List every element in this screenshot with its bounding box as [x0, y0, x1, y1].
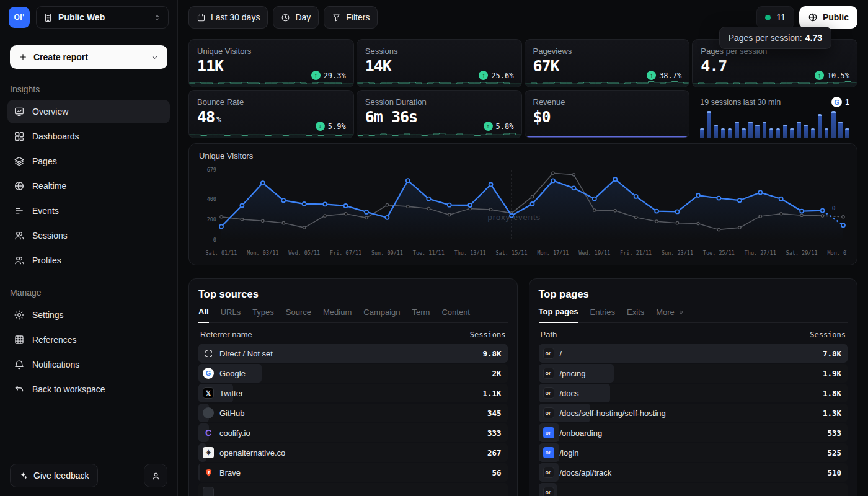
stat-card-session-duration[interactable]: Session Duration6m 36s↑5.8%: [356, 90, 522, 138]
user-icon: [151, 471, 161, 481]
realtime-bar: [783, 125, 787, 138]
sidebar-item-realtime[interactable]: Realtime: [7, 174, 170, 198]
tab-all[interactable]: All: [198, 307, 209, 323]
sidebar: OI' Public Web Create report InsightsOve…: [0, 0, 178, 496]
table-row[interactable]: Direct / Not set9.8K: [198, 344, 508, 363]
svg-text:Tue, 25/11: Tue, 25/11: [703, 250, 735, 256]
tab-campaign[interactable]: Campaign: [363, 307, 400, 322]
stat-delta-badge: ↑5.8%: [484, 122, 514, 131]
table-card-top-sources: Top sourcesAllURLsTypesSourceMediumCampa…: [188, 278, 518, 496]
tab-more[interactable]: More: [656, 307, 685, 322]
tab-entries[interactable]: Entries: [590, 307, 615, 322]
date-range-button[interactable]: Last 30 days: [188, 6, 268, 29]
stat-card-revenue[interactable]: Revenue$0: [525, 90, 690, 138]
row-value: 267: [487, 448, 502, 458]
sidebar-item-label: Settings: [32, 310, 64, 320]
tab-urls[interactable]: URLs: [221, 307, 241, 322]
sidebar-item-references[interactable]: References: [7, 328, 170, 352]
row-label: /docs: [560, 389, 579, 398]
sidebar-item-notifications[interactable]: Notifications: [7, 353, 170, 376]
realtime-sessions-card[interactable]: 19 sessions last 30 minG1: [692, 90, 857, 138]
row-label: /docs/api/track: [560, 468, 612, 477]
svg-text:200: 200: [207, 216, 216, 223]
table-row[interactable]: [198, 483, 508, 496]
table-row[interactable]: OI'/docs1.8K: [539, 384, 848, 402]
create-report-label: Create report: [33, 52, 88, 62]
openpanel-favicon: OI': [543, 467, 554, 478]
table-row[interactable]: OI'/onboarding533: [539, 423, 848, 442]
svg-text:679: 679: [207, 167, 216, 173]
chevrons-updown-icon: [677, 308, 685, 316]
users-icon: [14, 255, 25, 266]
sidebar-item-settings[interactable]: Settings: [7, 303, 170, 327]
google-favicon: G: [831, 97, 842, 107]
stat-delta-badge: ↑29.3%: [311, 71, 346, 80]
google-favicon: G: [203, 368, 214, 379]
realtime-bar: [811, 128, 815, 138]
row-label: Brave: [219, 468, 241, 477]
realtime-bar: [721, 128, 725, 138]
give-feedback-button[interactable]: Give feedback: [10, 464, 98, 487]
table-row[interactable]: GitHub345: [198, 404, 508, 422]
tab-medium[interactable]: Medium: [323, 307, 352, 322]
tab-types[interactable]: Types: [252, 307, 274, 322]
interval-button[interactable]: Day: [273, 6, 319, 29]
table-row[interactable]: Brave56: [198, 463, 508, 482]
tab-exits[interactable]: Exits: [627, 307, 644, 322]
realtime-bar: [714, 125, 719, 138]
grid-icon: [14, 334, 25, 345]
stat-delta-badge: ↑38.7%: [647, 71, 681, 80]
table-column-header: Referrer nameSessions: [198, 323, 508, 344]
svg-text:Mon, 17/11: Mon, 17/11: [537, 250, 569, 256]
sidebar-header: OI' Public Web: [0, 0, 177, 35]
tab-top-pages[interactable]: Top pages: [539, 307, 578, 323]
live-visitors-button[interactable]: 11: [756, 6, 794, 29]
sidebar-item-sessions[interactable]: Sessions: [7, 224, 170, 247]
openpanel-favicon: OI': [543, 388, 554, 399]
stat-label: Revenue: [533, 97, 681, 107]
stat-card-bounce-rate[interactable]: Bounce Rate48%↓5.9%: [188, 90, 354, 138]
create-report-button[interactable]: Create report: [10, 45, 167, 69]
stat-value: $0: [533, 108, 681, 126]
table-row[interactable]: OI'/pricing1.9K: [539, 364, 848, 383]
unique-visitors-chart[interactable]: 6794002000proxy events0Sat, 01/11Mon, 03…: [199, 161, 847, 261]
coolify-icon: C: [203, 427, 214, 438]
stat-card-sessions[interactable]: Sessions14K↑25.6%: [356, 39, 522, 87]
table-row[interactable]: OI'/docs/self-hosting/self-hosting1.3K: [539, 404, 848, 422]
sidebar-item-pages[interactable]: Pages: [7, 149, 170, 173]
sidebar-item-label: Sessions: [32, 231, 68, 241]
clock-icon: [281, 13, 290, 22]
table-title: Top sources: [198, 288, 508, 300]
table-row[interactable]: ✳openalternative.co267: [198, 443, 508, 462]
column-left-label: Referrer name: [200, 330, 252, 339]
sidebar-item-dashboards[interactable]: Dashboards: [7, 125, 170, 148]
row-label: /onboarding: [560, 428, 603, 438]
workspace-selector[interactable]: Public Web: [36, 6, 169, 29]
user-menu-button[interactable]: [144, 464, 167, 487]
table-row[interactable]: OI'/login525: [539, 443, 848, 462]
sidebar-item-overview[interactable]: Overview: [7, 100, 170, 123]
table-row[interactable]: OI'/docs/api/track510: [539, 463, 848, 482]
sidebar-item-events[interactable]: Events: [7, 199, 170, 223]
table-row[interactable]: OI': [539, 483, 848, 496]
row-value: 2K: [492, 369, 501, 378]
stat-card-unique-visitors[interactable]: Unique Visitors11K↑29.3%: [188, 39, 354, 87]
sidebar-item-back-to-workspace[interactable]: Back to workspace: [7, 378, 170, 401]
sidebar-item-label: References: [32, 335, 77, 345]
table-row[interactable]: 𝕏Twitter1.1K: [198, 384, 508, 402]
openalternative-icon: ✳: [203, 447, 214, 458]
table-row[interactable]: GGoogle2K: [198, 364, 508, 383]
realtime-bar: [700, 128, 704, 138]
realtime-bar: [755, 125, 760, 138]
stat-card-pageviews[interactable]: Pageviews67K↑38.7%: [525, 39, 690, 87]
tab-term[interactable]: Term: [412, 307, 430, 322]
twitter-x-icon: 𝕏: [203, 388, 214, 399]
table-row[interactable]: Ccoolify.io333: [198, 423, 508, 442]
tab-source[interactable]: Source: [286, 307, 311, 322]
table-row[interactable]: OI'/7.8K: [539, 344, 848, 363]
sidebar-item-profiles[interactable]: Profiles: [7, 249, 170, 272]
favicon: [203, 487, 214, 496]
tab-content[interactable]: Content: [441, 307, 470, 322]
filters-button[interactable]: Filters: [324, 6, 378, 29]
public-share-button[interactable]: Public: [799, 6, 857, 29]
